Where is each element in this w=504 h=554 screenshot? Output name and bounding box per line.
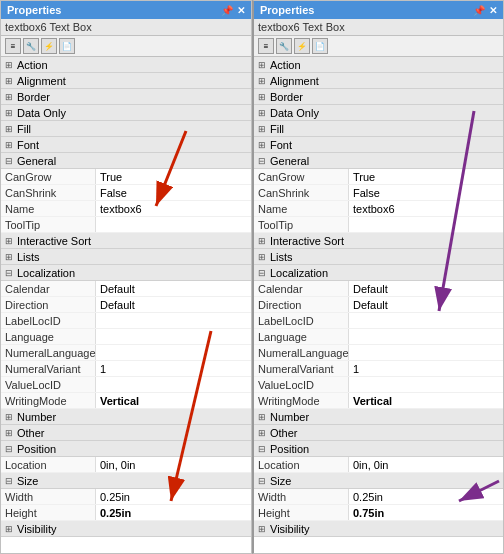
left-toolbar-btn-2[interactable]: 🔧 [23, 38, 39, 54]
left-height-value[interactable]: 0.25in [96, 505, 251, 520]
right-group-interactivesort[interactable]: ⊞ Interactive Sort [254, 233, 503, 249]
left-name-value[interactable]: textbox6 [96, 201, 251, 216]
right-valuelocid-value[interactable] [349, 377, 503, 392]
right-row-labellocid: LabelLocID [254, 313, 503, 329]
left-width-value[interactable]: 0.25in [96, 489, 251, 504]
left-numerallanguage-value[interactable] [96, 345, 251, 360]
right-group-border[interactable]: ⊞ Border [254, 89, 503, 105]
right-dataonly-expand-icon: ⊞ [258, 108, 266, 118]
right-location-value[interactable]: 0in, 0in [349, 457, 503, 472]
left-location-value[interactable]: 0in, 0in [96, 457, 251, 472]
right-cangrow-value[interactable]: True [349, 169, 503, 184]
right-group-fill[interactable]: ⊞ Fill [254, 121, 503, 137]
left-group-localization[interactable]: ⊟ Localization [1, 265, 251, 281]
right-toolbar-btn-3[interactable]: ⚡ [294, 38, 310, 54]
right-group-alignment[interactable]: ⊞ Alignment [254, 73, 503, 89]
right-name-value[interactable]: textbox6 [349, 201, 503, 216]
left-properties-list: ⊞ Action ⊞ Alignment ⊞ Border ⊞ Data Onl… [1, 57, 251, 553]
right-group-general[interactable]: ⊟ General [254, 153, 503, 169]
left-group-font[interactable]: ⊞ Font [1, 137, 251, 153]
right-group-size[interactable]: ⊟ Size [254, 473, 503, 489]
right-language-value[interactable] [349, 329, 503, 344]
right-panel-header: Properties 📌 ✕ [254, 1, 503, 19]
right-group-other[interactable]: ⊞ Other [254, 425, 503, 441]
right-toolbar-btn-2[interactable]: 🔧 [276, 38, 292, 54]
left-toolbar-btn-4[interactable]: 📄 [59, 38, 75, 54]
right-title-bar: textbox6 Text Box [254, 19, 503, 36]
left-direction-value[interactable]: Default [96, 297, 251, 312]
right-group-action[interactable]: ⊞ Action [254, 57, 503, 73]
left-direction-name: Direction [1, 297, 96, 312]
left-group-alignment[interactable]: ⊞ Alignment [1, 73, 251, 89]
right-direction-value[interactable]: Default [349, 297, 503, 312]
left-group-size[interactable]: ⊟ Size [1, 473, 251, 489]
right-canshrink-value[interactable]: False [349, 185, 503, 200]
left-canshrink-value[interactable]: False [96, 185, 251, 200]
left-group-dataonly[interactable]: ⊞ Data Only [1, 105, 251, 121]
left-name-name: Name [1, 201, 96, 216]
left-row-labellocid: LabelLocID [1, 313, 251, 329]
left-close-icon[interactable]: ✕ [237, 5, 245, 16]
left-group-general[interactable]: ⊟ General [1, 153, 251, 169]
right-numeralvariant-name: NumeralVariant [254, 361, 349, 376]
right-group-number[interactable]: ⊞ Number [254, 409, 503, 425]
left-writingmode-value[interactable]: Vertical [96, 393, 251, 408]
left-row-height: Height 0.25in [1, 505, 251, 521]
left-group-other[interactable]: ⊞ Other [1, 425, 251, 441]
right-number-label: Number [270, 411, 309, 423]
left-group-interactivesort[interactable]: ⊞ Interactive Sort [1, 233, 251, 249]
right-toolbar-btn-4[interactable]: 📄 [312, 38, 328, 54]
right-interactivesort-label: Interactive Sort [270, 235, 344, 247]
right-direction-name: Direction [254, 297, 349, 312]
right-group-dataonly[interactable]: ⊞ Data Only [254, 105, 503, 121]
left-group-visibility[interactable]: ⊞ Visibility [1, 521, 251, 537]
left-group-number[interactable]: ⊞ Number [1, 409, 251, 425]
left-group-position[interactable]: ⊟ Position [1, 441, 251, 457]
left-numeralvariant-name: NumeralVariant [1, 361, 96, 376]
right-toolbar-btn-1[interactable]: ≡ [258, 38, 274, 54]
right-row-direction: Direction Default [254, 297, 503, 313]
left-group-fill[interactable]: ⊞ Fill [1, 121, 251, 137]
right-row-numerallanguage: NumeralLanguage [254, 345, 503, 361]
right-labellocid-value[interactable] [349, 313, 503, 328]
right-tooltip-value[interactable] [349, 217, 503, 232]
left-group-action[interactable]: ⊞ Action [1, 57, 251, 73]
left-action-label: Action [17, 59, 48, 71]
left-labellocid-value[interactable] [96, 313, 251, 328]
left-toolbar-btn-1[interactable]: ≡ [5, 38, 21, 54]
right-group-font[interactable]: ⊞ Font [254, 137, 503, 153]
left-toolbar-btn-3[interactable]: ⚡ [41, 38, 57, 54]
right-calendar-value[interactable]: Default [349, 281, 503, 296]
right-writingmode-value[interactable]: Vertical [349, 393, 503, 408]
right-fill-expand-icon: ⊞ [258, 124, 266, 134]
right-close-icon[interactable]: ✕ [489, 5, 497, 16]
left-lists-label: Lists [17, 251, 40, 263]
left-width-name: Width [1, 489, 96, 504]
left-calendar-value[interactable]: Default [96, 281, 251, 296]
left-group-lists[interactable]: ⊞ Lists [1, 249, 251, 265]
right-height-value[interactable]: 0.75in [349, 505, 503, 520]
right-group-position[interactable]: ⊟ Position [254, 441, 503, 457]
left-dataonly-expand-icon: ⊞ [5, 108, 13, 118]
left-language-value[interactable] [96, 329, 251, 344]
right-numerallanguage-value[interactable] [349, 345, 503, 360]
right-width-value[interactable]: 0.25in [349, 489, 503, 504]
left-pin-icon[interactable]: 📌 [221, 5, 233, 16]
left-cangrow-value[interactable]: True [96, 169, 251, 184]
left-row-numerallanguage: NumeralLanguage [1, 345, 251, 361]
right-lists-label: Lists [270, 251, 293, 263]
right-cangrow-name: CanGrow [254, 169, 349, 184]
right-group-localization[interactable]: ⊟ Localization [254, 265, 503, 281]
left-numeralvariant-value[interactable]: 1 [96, 361, 251, 376]
left-group-border[interactable]: ⊞ Border [1, 89, 251, 105]
left-fill-label: Fill [17, 123, 31, 135]
left-valuelocid-value[interactable] [96, 377, 251, 392]
right-group-lists[interactable]: ⊞ Lists [254, 249, 503, 265]
left-tooltip-value[interactable] [96, 217, 251, 232]
right-pin-icon[interactable]: 📌 [473, 5, 485, 16]
left-tooltip-name: ToolTip [1, 217, 96, 232]
right-size-label: Size [270, 475, 291, 487]
right-group-visibility[interactable]: ⊞ Visibility [254, 521, 503, 537]
left-cangrow-name: CanGrow [1, 169, 96, 184]
right-numeralvariant-value[interactable]: 1 [349, 361, 503, 376]
